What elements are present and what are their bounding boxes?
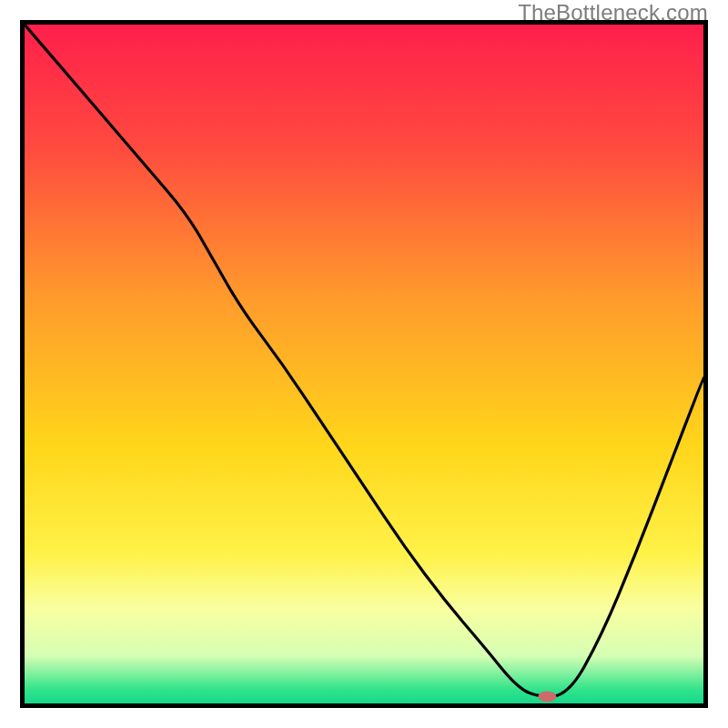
bottleneck-chart [25, 25, 703, 703]
chart-background [25, 25, 703, 703]
chart-frame [20, 20, 708, 708]
optimum-marker [538, 692, 556, 703]
